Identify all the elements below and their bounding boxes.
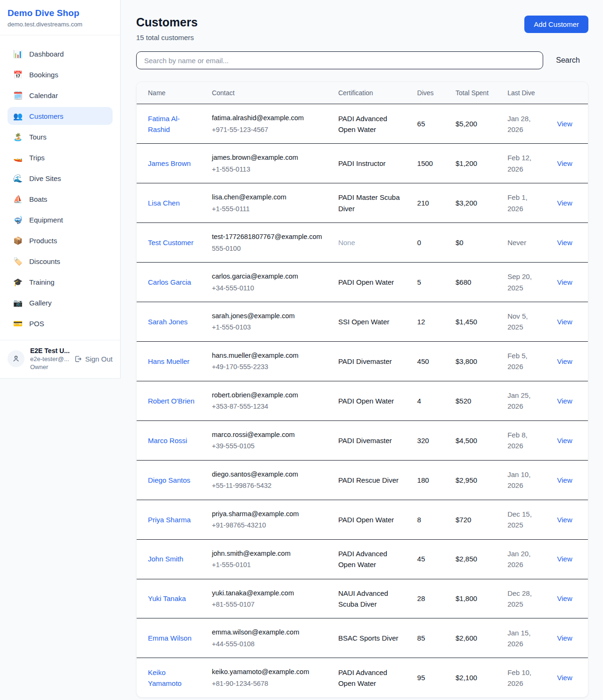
- dives-cell: 28: [410, 579, 448, 618]
- sidebar-item-customers[interactable]: 👥Customers: [8, 107, 113, 125]
- view-link[interactable]: View: [557, 397, 572, 405]
- customer-email: emma.wilson@example.com: [212, 627, 323, 637]
- sidebar-item-products[interactable]: 📦Products: [8, 231, 113, 249]
- sidebar-item-dive-sites[interactable]: 🌊Dive Sites: [8, 169, 113, 187]
- customer-name-link[interactable]: Priya Sharma: [148, 516, 191, 524]
- view-link[interactable]: View: [557, 594, 572, 602]
- last-dive-cell: Feb 8, 2026: [500, 420, 549, 460]
- column-header: Name: [137, 82, 204, 104]
- customer-name-cell: Emma Wilson: [137, 618, 204, 658]
- sidebar-item-discounts[interactable]: 🏷️Discounts: [8, 252, 113, 270]
- sign-out-button[interactable]: Sign Out: [74, 355, 113, 363]
- customer-phone: +55-11-99876-5432: [212, 480, 323, 491]
- customer-phone: +1-555-0113: [212, 164, 323, 174]
- sidebar-item-dashboard[interactable]: 📊Dashboard: [8, 45, 113, 63]
- view-link[interactable]: View: [557, 674, 572, 682]
- sidebar-item-calendar[interactable]: 🗓️Calendar: [8, 86, 113, 104]
- customer-name-link[interactable]: Marco Rossi: [148, 436, 187, 445]
- view-cell: View: [550, 183, 588, 223]
- last-dive-cell: Sep 20, 2025: [500, 263, 549, 302]
- customer-name-link[interactable]: James Brown: [148, 159, 191, 167]
- user-email: e2e-tester@...: [30, 355, 68, 362]
- customer-email: robert.obrien@example.com: [212, 390, 323, 400]
- search-input[interactable]: [136, 51, 543, 69]
- customer-name-link[interactable]: Diego Santos: [148, 476, 190, 484]
- last-dive-cell: Jan 20, 2026: [500, 539, 549, 579]
- customers-table: NameContactCertificationDivesTotal Spent…: [137, 82, 588, 697]
- dives-cell: 1500: [410, 144, 448, 183]
- contact-cell: sarah.jones@example.com +1-555-0103: [204, 302, 331, 341]
- customer-name-link[interactable]: Emma Wilson: [148, 634, 192, 642]
- contact-cell: diego.santos@example.com +55-11-99876-54…: [204, 460, 331, 500]
- customer-name-link[interactable]: Hans Mueller: [148, 357, 189, 365]
- sidebar: Demo Dive Shop demo.test.divestreams.com…: [0, 0, 121, 379]
- certification-cell: SSI Open Water: [331, 302, 410, 341]
- customer-phone: +353-87-555-1234: [212, 401, 323, 412]
- add-customer-button[interactable]: Add Customer: [524, 16, 588, 33]
- contact-cell: fatima.alrashid@example.com +971-55-123-…: [204, 104, 331, 144]
- table-row: Priya Sharma priya.sharma@example.com +9…: [137, 500, 588, 539]
- view-link[interactable]: View: [557, 199, 572, 207]
- dives-cell: 45: [410, 539, 448, 579]
- pos-icon: 💳: [13, 319, 23, 328]
- sidebar-item-label: Dashboard: [29, 50, 64, 58]
- view-link[interactable]: View: [557, 278, 572, 286]
- table-row: Hans Mueller hans.mueller@example.com +4…: [137, 341, 588, 381]
- customer-name-link[interactable]: Yuki Tanaka: [148, 594, 186, 602]
- certification-cell: None: [331, 223, 410, 263]
- calendar-icon: 🗓️: [13, 91, 23, 100]
- sidebar-item-boats[interactable]: ⛵Boats: [8, 190, 113, 208]
- view-link[interactable]: View: [557, 239, 572, 247]
- view-cell: View: [550, 539, 588, 579]
- total-spent-cell: $2,850: [448, 539, 500, 579]
- view-link[interactable]: View: [557, 120, 572, 128]
- view-link[interactable]: View: [557, 318, 572, 326]
- table-row: Robert O'Brien robert.obrien@example.com…: [137, 381, 588, 420]
- sidebar-item-gallery[interactable]: 📷Gallery: [8, 294, 113, 312]
- dives-cell: 85: [410, 618, 448, 658]
- table-row: Test Customer test-1772681807767@example…: [137, 223, 588, 263]
- view-link[interactable]: View: [557, 555, 572, 563]
- customer-name-cell: Carlos Garcia: [137, 263, 204, 302]
- table-row: Diego Santos diego.santos@example.com +5…: [137, 460, 588, 500]
- sidebar-item-tours[interactable]: 🏝️Tours: [8, 128, 113, 146]
- total-spent-cell: $5,200: [448, 104, 500, 144]
- dives-cell: 0: [410, 223, 448, 263]
- table-row: Sarah Jones sarah.jones@example.com +1-5…: [137, 302, 588, 341]
- customer-name-cell: Fatima Al-Rashid: [137, 104, 204, 144]
- total-spent-cell: $1,450: [448, 302, 500, 341]
- certification-cell: NAUI Advanced Scuba Diver: [331, 579, 410, 618]
- customer-name-link[interactable]: Keiko Yamamoto: [148, 668, 181, 687]
- user-meta: E2E Test U... e2e-tester@... Owner: [30, 347, 68, 371]
- sidebar-item-bookings[interactable]: 📅Bookings: [8, 66, 113, 83]
- search-button[interactable]: Search: [556, 56, 580, 65]
- customer-name-link[interactable]: Robert O'Brien: [148, 397, 195, 405]
- view-link[interactable]: View: [557, 634, 572, 642]
- customer-name-link[interactable]: John Smith: [148, 555, 183, 563]
- customer-name-link[interactable]: Fatima Al-Rashid: [148, 115, 180, 133]
- total-spent-cell: $3,200: [448, 183, 500, 223]
- customer-name-cell: Lisa Chen: [137, 183, 204, 223]
- sidebar-item-label: Equipment: [29, 216, 63, 224]
- dives-cell: 65: [410, 104, 448, 144]
- sidebar-item-label: Dive Sites: [29, 174, 61, 182]
- customer-name-link[interactable]: Lisa Chen: [148, 199, 180, 207]
- sidebar-item-equipment[interactable]: 🤿Equipment: [8, 211, 113, 229]
- sidebar-item-trips[interactable]: 🚤Trips: [8, 148, 113, 166]
- view-link[interactable]: View: [557, 357, 572, 365]
- view-cell: View: [550, 381, 588, 420]
- contact-cell: marco.rossi@example.com +39-555-0105: [204, 420, 331, 460]
- view-link[interactable]: View: [557, 516, 572, 524]
- table-row: Carlos Garcia carlos.garcia@example.com …: [137, 263, 588, 302]
- view-link[interactable]: View: [557, 159, 572, 167]
- contact-cell: yuki.tanaka@example.com +81-555-0107: [204, 579, 331, 618]
- customer-name-link[interactable]: Sarah Jones: [148, 318, 187, 326]
- sidebar-item-training[interactable]: 🎓Training: [8, 273, 113, 291]
- view-link[interactable]: View: [557, 436, 572, 445]
- sidebar-item-pos[interactable]: 💳POS: [8, 314, 113, 332]
- customer-name-link[interactable]: Carlos Garcia: [148, 278, 191, 286]
- view-cell: View: [550, 579, 588, 618]
- view-link[interactable]: View: [557, 476, 572, 484]
- contact-cell: robert.obrien@example.com +353-87-555-12…: [204, 381, 331, 420]
- customer-name-link[interactable]: Test Customer: [148, 239, 194, 247]
